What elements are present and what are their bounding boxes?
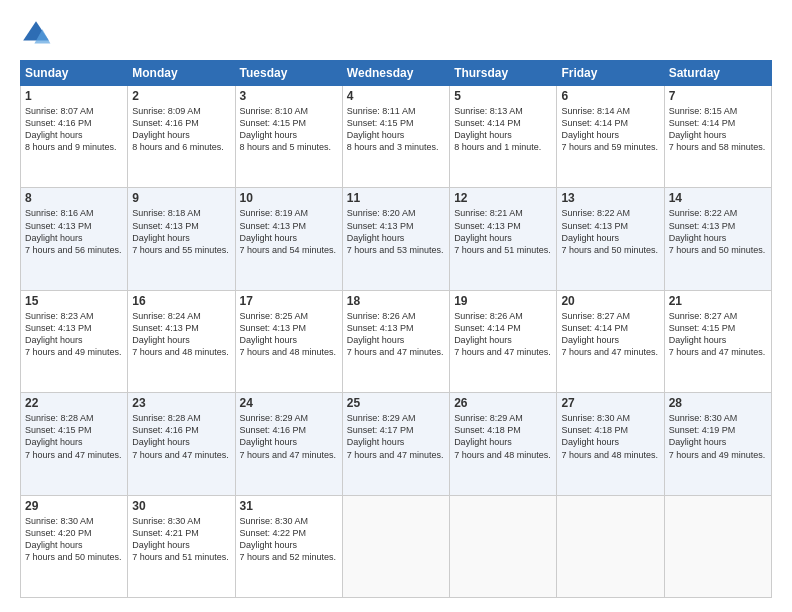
cell-details: Sunrise: 8:30 AMSunset: 4:22 PMDaylight … — [240, 515, 338, 564]
day-number: 8 — [25, 191, 123, 205]
calendar-cell: 20Sunrise: 8:27 AMSunset: 4:14 PMDayligh… — [557, 290, 664, 392]
day-number: 16 — [132, 294, 230, 308]
calendar-cell: 11Sunrise: 8:20 AMSunset: 4:13 PMDayligh… — [342, 188, 449, 290]
cell-details: Sunrise: 8:30 AMSunset: 4:19 PMDaylight … — [669, 412, 767, 461]
cell-details: Sunrise: 8:21 AMSunset: 4:13 PMDaylight … — [454, 207, 552, 256]
cell-details: Sunrise: 8:07 AMSunset: 4:16 PMDaylight … — [25, 105, 123, 154]
cell-details: Sunrise: 8:19 AMSunset: 4:13 PMDaylight … — [240, 207, 338, 256]
cell-details: Sunrise: 8:13 AMSunset: 4:14 PMDaylight … — [454, 105, 552, 154]
day-number: 5 — [454, 89, 552, 103]
calendar-cell: 8Sunrise: 8:16 AMSunset: 4:13 PMDaylight… — [21, 188, 128, 290]
calendar-cell: 22Sunrise: 8:28 AMSunset: 4:15 PMDayligh… — [21, 393, 128, 495]
col-monday: Monday — [128, 61, 235, 86]
calendar-cell — [664, 495, 771, 597]
day-number: 28 — [669, 396, 767, 410]
cell-details: Sunrise: 8:18 AMSunset: 4:13 PMDaylight … — [132, 207, 230, 256]
calendar-cell: 18Sunrise: 8:26 AMSunset: 4:13 PMDayligh… — [342, 290, 449, 392]
col-wednesday: Wednesday — [342, 61, 449, 86]
calendar-week-row: 8Sunrise: 8:16 AMSunset: 4:13 PMDaylight… — [21, 188, 772, 290]
calendar-cell: 5Sunrise: 8:13 AMSunset: 4:14 PMDaylight… — [450, 86, 557, 188]
day-number: 26 — [454, 396, 552, 410]
day-number: 22 — [25, 396, 123, 410]
day-number: 27 — [561, 396, 659, 410]
cell-details: Sunrise: 8:30 AMSunset: 4:21 PMDaylight … — [132, 515, 230, 564]
calendar-cell: 6Sunrise: 8:14 AMSunset: 4:14 PMDaylight… — [557, 86, 664, 188]
calendar-cell: 19Sunrise: 8:26 AMSunset: 4:14 PMDayligh… — [450, 290, 557, 392]
day-number: 14 — [669, 191, 767, 205]
col-thursday: Thursday — [450, 61, 557, 86]
day-number: 6 — [561, 89, 659, 103]
day-number: 1 — [25, 89, 123, 103]
day-number: 20 — [561, 294, 659, 308]
calendar-cell — [450, 495, 557, 597]
day-number: 10 — [240, 191, 338, 205]
col-friday: Friday — [557, 61, 664, 86]
calendar-cell: 16Sunrise: 8:24 AMSunset: 4:13 PMDayligh… — [128, 290, 235, 392]
header — [20, 18, 772, 50]
calendar-week-row: 29Sunrise: 8:30 AMSunset: 4:20 PMDayligh… — [21, 495, 772, 597]
calendar-cell — [342, 495, 449, 597]
cell-details: Sunrise: 8:16 AMSunset: 4:13 PMDaylight … — [25, 207, 123, 256]
day-number: 13 — [561, 191, 659, 205]
day-number: 11 — [347, 191, 445, 205]
day-number: 21 — [669, 294, 767, 308]
calendar-cell: 9Sunrise: 8:18 AMSunset: 4:13 PMDaylight… — [128, 188, 235, 290]
calendar-header-row: Sunday Monday Tuesday Wednesday Thursday… — [21, 61, 772, 86]
cell-details: Sunrise: 8:14 AMSunset: 4:14 PMDaylight … — [561, 105, 659, 154]
calendar-table: Sunday Monday Tuesday Wednesday Thursday… — [20, 60, 772, 598]
cell-details: Sunrise: 8:29 AMSunset: 4:17 PMDaylight … — [347, 412, 445, 461]
calendar-cell: 4Sunrise: 8:11 AMSunset: 4:15 PMDaylight… — [342, 86, 449, 188]
day-number: 12 — [454, 191, 552, 205]
logo-icon — [20, 18, 52, 50]
calendar-cell — [557, 495, 664, 597]
calendar-cell: 2Sunrise: 8:09 AMSunset: 4:16 PMDaylight… — [128, 86, 235, 188]
day-number: 17 — [240, 294, 338, 308]
day-number: 29 — [25, 499, 123, 513]
calendar-cell: 30Sunrise: 8:30 AMSunset: 4:21 PMDayligh… — [128, 495, 235, 597]
day-number: 7 — [669, 89, 767, 103]
calendar-cell: 25Sunrise: 8:29 AMSunset: 4:17 PMDayligh… — [342, 393, 449, 495]
cell-details: Sunrise: 8:29 AMSunset: 4:16 PMDaylight … — [240, 412, 338, 461]
cell-details: Sunrise: 8:27 AMSunset: 4:14 PMDaylight … — [561, 310, 659, 359]
cell-details: Sunrise: 8:25 AMSunset: 4:13 PMDaylight … — [240, 310, 338, 359]
cell-details: Sunrise: 8:22 AMSunset: 4:13 PMDaylight … — [669, 207, 767, 256]
calendar-cell: 31Sunrise: 8:30 AMSunset: 4:22 PMDayligh… — [235, 495, 342, 597]
col-sunday: Sunday — [21, 61, 128, 86]
day-number: 3 — [240, 89, 338, 103]
cell-details: Sunrise: 8:20 AMSunset: 4:13 PMDaylight … — [347, 207, 445, 256]
col-tuesday: Tuesday — [235, 61, 342, 86]
day-number: 23 — [132, 396, 230, 410]
day-number: 2 — [132, 89, 230, 103]
calendar-cell: 21Sunrise: 8:27 AMSunset: 4:15 PMDayligh… — [664, 290, 771, 392]
day-number: 15 — [25, 294, 123, 308]
calendar-week-row: 22Sunrise: 8:28 AMSunset: 4:15 PMDayligh… — [21, 393, 772, 495]
day-number: 31 — [240, 499, 338, 513]
day-number: 18 — [347, 294, 445, 308]
day-number: 4 — [347, 89, 445, 103]
day-number: 24 — [240, 396, 338, 410]
cell-details: Sunrise: 8:22 AMSunset: 4:13 PMDaylight … — [561, 207, 659, 256]
calendar-cell: 28Sunrise: 8:30 AMSunset: 4:19 PMDayligh… — [664, 393, 771, 495]
calendar-cell: 3Sunrise: 8:10 AMSunset: 4:15 PMDaylight… — [235, 86, 342, 188]
cell-details: Sunrise: 8:29 AMSunset: 4:18 PMDaylight … — [454, 412, 552, 461]
calendar-week-row: 15Sunrise: 8:23 AMSunset: 4:13 PMDayligh… — [21, 290, 772, 392]
cell-details: Sunrise: 8:26 AMSunset: 4:13 PMDaylight … — [347, 310, 445, 359]
cell-details: Sunrise: 8:30 AMSunset: 4:18 PMDaylight … — [561, 412, 659, 461]
calendar-cell: 7Sunrise: 8:15 AMSunset: 4:14 PMDaylight… — [664, 86, 771, 188]
cell-details: Sunrise: 8:30 AMSunset: 4:20 PMDaylight … — [25, 515, 123, 564]
calendar-cell: 1Sunrise: 8:07 AMSunset: 4:16 PMDaylight… — [21, 86, 128, 188]
calendar-cell: 13Sunrise: 8:22 AMSunset: 4:13 PMDayligh… — [557, 188, 664, 290]
cell-details: Sunrise: 8:27 AMSunset: 4:15 PMDaylight … — [669, 310, 767, 359]
day-number: 9 — [132, 191, 230, 205]
cell-details: Sunrise: 8:28 AMSunset: 4:15 PMDaylight … — [25, 412, 123, 461]
cell-details: Sunrise: 8:28 AMSunset: 4:16 PMDaylight … — [132, 412, 230, 461]
cell-details: Sunrise: 8:24 AMSunset: 4:13 PMDaylight … — [132, 310, 230, 359]
logo — [20, 18, 56, 50]
calendar-cell: 12Sunrise: 8:21 AMSunset: 4:13 PMDayligh… — [450, 188, 557, 290]
cell-details: Sunrise: 8:23 AMSunset: 4:13 PMDaylight … — [25, 310, 123, 359]
page: Sunday Monday Tuesday Wednesday Thursday… — [0, 0, 792, 612]
cell-details: Sunrise: 8:26 AMSunset: 4:14 PMDaylight … — [454, 310, 552, 359]
col-saturday: Saturday — [664, 61, 771, 86]
calendar-cell: 14Sunrise: 8:22 AMSunset: 4:13 PMDayligh… — [664, 188, 771, 290]
calendar-cell: 27Sunrise: 8:30 AMSunset: 4:18 PMDayligh… — [557, 393, 664, 495]
